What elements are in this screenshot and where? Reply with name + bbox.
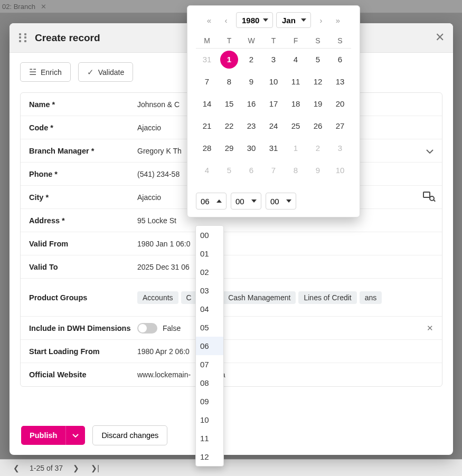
calendar-day[interactable]: 6: [329, 49, 351, 71]
page-last-icon[interactable]: ❯|: [89, 464, 101, 472]
calendar-day[interactable]: 10: [329, 159, 351, 182]
hour-dropdown-list[interactable]: 00010203040506070809101112: [195, 225, 224, 467]
calendar-day[interactable]: 1: [218, 49, 240, 71]
field-product-groups[interactable]: Product Groups AccountsCrdsCash Manageme…: [21, 279, 442, 317]
calendar-day[interactable]: 16: [240, 93, 262, 115]
hour-option[interactable]: 05: [196, 318, 223, 337]
value: www.lockemain- e.ca: [137, 370, 433, 379]
close-icon[interactable]: ✕: [435, 31, 445, 44]
next-year-icon[interactable]: »: [331, 16, 345, 25]
page-next-icon[interactable]: ❯: [70, 464, 82, 472]
calendar-day[interactable]: 23: [240, 115, 262, 137]
hour-option[interactable]: 08: [196, 374, 223, 392]
value: 1980 Apr 2 06:0: [137, 347, 433, 356]
modal-title: Create record: [35, 32, 100, 44]
calendar-day[interactable]: 2: [240, 49, 262, 71]
calendar-day[interactable]: 2: [307, 137, 329, 159]
label: Code *: [29, 123, 137, 132]
drag-handle-icon[interactable]: [19, 33, 29, 43]
calendar-day[interactable]: 28: [196, 137, 218, 159]
hour-option[interactable]: 02: [196, 263, 223, 281]
value: 2025 Dec 31 06: [137, 263, 433, 271]
page-prev-icon[interactable]: ❮: [11, 464, 22, 472]
product-group-tag[interactable]: C: [181, 291, 197, 304]
hour-option[interactable]: 12: [196, 448, 223, 466]
field-valid-from[interactable]: Valid From 1980 Jan 1 06:0: [21, 232, 442, 255]
calendar-dow: W: [240, 33, 262, 49]
calendar-day[interactable]: 15: [218, 93, 240, 115]
field-website[interactable]: Official Website www.lockemain- e.ca: [21, 363, 442, 386]
year-select[interactable]: 19781979198019811982: [236, 12, 273, 28]
enrich-button[interactable]: Enrich: [20, 62, 71, 82]
prev-month-icon[interactable]: ‹: [219, 16, 233, 25]
month-select[interactable]: JanFebMarAprMayJunJulAugSepOctNovDec: [276, 12, 311, 28]
clear-icon[interactable]: [427, 323, 433, 333]
label: Phone *: [29, 170, 137, 178]
calendar-day[interactable]: 14: [196, 93, 218, 115]
publish-button[interactable]: Publish: [21, 426, 65, 445]
calendar-day[interactable]: 4: [285, 49, 307, 71]
product-group-tag[interactable]: Lines of Credit: [298, 291, 356, 304]
calendar-day[interactable]: 20: [329, 93, 351, 115]
calendar-day[interactable]: 3: [329, 137, 351, 159]
hour-option[interactable]: 03: [196, 281, 223, 300]
calendar-day[interactable]: 17: [262, 93, 285, 115]
calendar-day[interactable]: 31: [262, 137, 285, 159]
calendar-day[interactable]: 18: [285, 93, 307, 115]
calendar-day[interactable]: 5: [307, 49, 329, 71]
calendar-day[interactable]: 3: [262, 49, 285, 71]
product-group-tag[interactable]: Accounts: [137, 291, 178, 304]
calendar-day[interactable]: 9: [240, 71, 262, 93]
calendar-day[interactable]: 7: [196, 71, 218, 93]
calendar-day[interactable]: 27: [329, 115, 351, 137]
calendar-day[interactable]: 29: [218, 137, 240, 159]
calendar-day[interactable]: 24: [262, 115, 285, 137]
hour-option[interactable]: 07: [196, 355, 223, 374]
hour-option[interactable]: 00: [196, 226, 223, 244]
chevron-down-icon[interactable]: [426, 145, 433, 156]
hour-option[interactable]: 01: [196, 244, 223, 263]
lookup-icon[interactable]: [423, 192, 433, 203]
calendar-day[interactable]: 6: [240, 159, 262, 182]
hour-option[interactable]: 09: [196, 392, 223, 411]
prev-year-icon[interactable]: «: [202, 16, 216, 25]
calendar-day[interactable]: 30: [240, 137, 262, 159]
calendar-day[interactable]: 22: [218, 115, 240, 137]
field-dwh[interactable]: Include in DWH Dimensions False: [21, 317, 442, 340]
calendar-day[interactable]: 12: [307, 71, 329, 93]
publish-dropdown-button[interactable]: [65, 426, 85, 445]
discard-button[interactable]: Discard changes: [92, 425, 167, 445]
pagination-bar: ❮ 1-25 of 37 ❯ ❯|: [0, 459, 462, 476]
toggle-dwh[interactable]: [137, 323, 157, 334]
next-month-icon[interactable]: ›: [314, 16, 328, 25]
validate-button[interactable]: Validate: [78, 62, 134, 82]
hour-option[interactable]: 10: [196, 411, 223, 429]
product-group-tag[interactable]: ans: [360, 291, 382, 304]
field-start-loading[interactable]: Start Loading From 1980 Apr 2 06:0: [21, 340, 442, 363]
minute-select[interactable]: 00: [231, 193, 261, 210]
calendar-day[interactable]: 8: [285, 159, 307, 182]
hour-option[interactable]: 06: [196, 337, 223, 355]
calendar-day[interactable]: 11: [285, 71, 307, 93]
calendar-day[interactable]: 9: [307, 159, 329, 182]
second-select[interactable]: 00: [266, 193, 296, 210]
hour-option[interactable]: 11: [196, 429, 223, 448]
calendar-day[interactable]: 31: [196, 49, 218, 71]
calendar-header: « ‹ 19781979198019811982 JanFebMarAprMay…: [187, 6, 360, 33]
calendar-day[interactable]: 4: [196, 159, 218, 182]
calendar-day[interactable]: 10: [262, 71, 285, 93]
calendar-day[interactable]: 13: [329, 71, 351, 93]
date-picker-popover: « ‹ 19781979198019811982 JanFebMarAprMay…: [187, 5, 360, 217]
calendar-day[interactable]: 21: [196, 115, 218, 137]
calendar-day[interactable]: 19: [307, 93, 329, 115]
calendar-day[interactable]: 26: [307, 115, 329, 137]
hour-select[interactable]: 06: [196, 193, 227, 210]
calendar-day[interactable]: 7: [262, 159, 285, 182]
field-valid-to[interactable]: Valid To 2025 Dec 31 06: [21, 255, 442, 279]
calendar-day[interactable]: 25: [285, 115, 307, 137]
calendar-day[interactable]: 8: [218, 71, 240, 93]
calendar-day[interactable]: 5: [218, 159, 240, 182]
calendar-day[interactable]: 1: [285, 137, 307, 159]
product-group-tag[interactable]: Cash Management: [223, 291, 296, 304]
hour-option[interactable]: 04: [196, 300, 223, 318]
